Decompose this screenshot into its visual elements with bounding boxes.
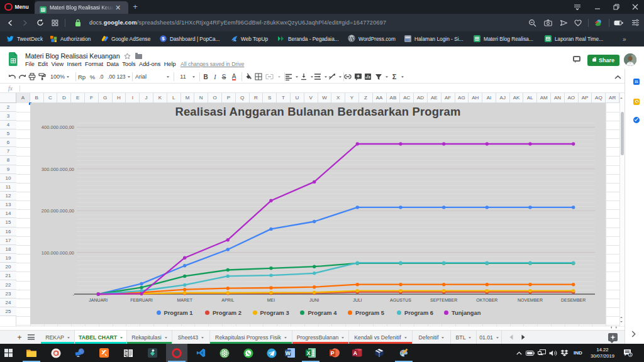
column-header-AC[interactable]: AC <box>400 93 414 103</box>
font-size-caret[interactable] <box>189 70 196 83</box>
star-icon[interactable] <box>124 53 131 61</box>
row-header-17[interactable]: 17 <box>0 236 16 245</box>
taskbar-explorer-icon[interactable] <box>21 344 42 362</box>
row-header-13[interactable]: 13 <box>0 200 16 209</box>
column-header-I[interactable]: I <box>126 93 140 103</box>
bookmark-item[interactable]: Materi Blog Realisa... <box>474 31 533 47</box>
taskbar-green-atom-icon[interactable] <box>214 344 235 362</box>
tab-scroll-left-icon[interactable] <box>509 334 513 341</box>
functions-button[interactable]: Σ <box>390 70 399 83</box>
column-header-H[interactable]: H <box>113 93 126 103</box>
column-header-S[interactable]: S <box>263 93 277 103</box>
row-header-16[interactable]: 16 <box>0 228 16 236</box>
column-header-U[interactable]: U <box>291 93 304 103</box>
taskbar-access-icon[interactable]: A <box>347 344 368 362</box>
column-header-AP[interactable]: AP <box>579 93 592 103</box>
tray-battery-icon[interactable] <box>525 344 535 362</box>
font-size-select[interactable]: 11 <box>177 70 189 83</box>
row-header-3[interactable]: 3 <box>0 112 16 121</box>
row-header-5[interactable]: 5 <box>0 129 16 138</box>
comments-icon[interactable] <box>573 56 580 62</box>
sheet-tab-sheet43[interactable]: Sheet43 <box>172 331 210 344</box>
format-percent-button[interactable]: % <box>88 70 97 83</box>
bookmark-item[interactable]: Laporan Real Time... <box>545 31 603 47</box>
column-header-AR[interactable]: AR <box>606 93 619 103</box>
row-header-18[interactable]: 18 <box>0 245 16 254</box>
redo-icon[interactable] <box>17 70 27 83</box>
insert-link-button[interactable] <box>343 70 353 83</box>
insert-comment-button[interactable] <box>353 70 363 83</box>
zoom-select[interactable]: 100% <box>49 70 70 83</box>
column-header-AF[interactable]: AF <box>441 93 455 103</box>
row-header-23[interactable]: 23 <box>0 290 16 299</box>
merge-cells-button[interactable] <box>264 70 274 83</box>
taskbar-red-a-icon[interactable] <box>45 344 67 362</box>
borders-button[interactable] <box>253 70 264 83</box>
sheet-tab-kendali-vs-defenitif[interactable]: Kendali vs Defenitif <box>349 331 413 344</box>
url-text[interactable]: docs.google.com/spreadsheets/d/1HXcRtjxg… <box>89 14 386 31</box>
tray-chevron-icon[interactable] <box>514 344 523 362</box>
formula-bar[interactable]: fx <box>0 83 625 93</box>
column-header-P[interactable]: P <box>222 93 236 103</box>
taskbar-whatsapp-icon[interactable] <box>238 344 259 362</box>
sheet-tab-defenitif[interactable]: Defenitif <box>413 331 451 344</box>
explore-button[interactable] <box>608 333 618 343</box>
toolbar-collapse-icon[interactable] <box>614 75 621 79</box>
column-header-AQ[interactable]: AQ <box>592 93 606 103</box>
column-header-F[interactable]: F <box>85 93 99 103</box>
print-icon[interactable] <box>27 70 37 83</box>
taskbar-word-icon[interactable]: W <box>279 344 301 362</box>
column-header-M[interactable]: M <box>181 93 195 103</box>
tray-notifications-icon[interactable]: 3 <box>621 344 634 362</box>
new-tab-button[interactable]: + <box>130 0 141 14</box>
column-header-A[interactable]: A <box>16 93 30 103</box>
column-header-AL[interactable]: AL <box>523 93 537 103</box>
sheet-tab-rekap[interactable]: REKAP <box>41 331 75 344</box>
taskbar-virtualbox-icon[interactable] <box>369 344 390 362</box>
column-header-K[interactable]: K <box>153 93 167 103</box>
functions-caret[interactable] <box>398 70 404 83</box>
vertical-scroll-thumb[interactable] <box>621 112 624 155</box>
speed-dial-icon[interactable] <box>50 14 60 31</box>
row-header-4[interactable]: 4 <box>0 121 16 129</box>
text-color-button[interactable]: A <box>229 70 239 83</box>
all-sheets-button[interactable] <box>28 334 35 341</box>
snapshot-camera-icon[interactable] <box>543 14 553 31</box>
taskbar-start-icon[interactable] <box>1 344 17 362</box>
tab-close-icon[interactable]: ✕ <box>115 4 121 11</box>
sheet-tab-progressbulanan[interactable]: ProgressBulanan <box>292 331 349 344</box>
add-sheet-button[interactable]: + <box>15 332 24 343</box>
column-header-Z[interactable]: Z <box>359 93 373 103</box>
column-header-AE[interactable]: AE <box>428 93 441 103</box>
strikethrough-button[interactable]: S <box>219 70 229 83</box>
scroll-arrow-icon[interactable] <box>620 315 623 318</box>
column-header-J[interactable]: J <box>140 93 153 103</box>
column-header-AJ[interactable]: AJ <box>496 93 510 103</box>
text-rotation-caret[interactable] <box>336 70 342 83</box>
sheet-tab-caret-icon[interactable] <box>496 337 499 339</box>
column-header-R[interactable]: R <box>250 93 264 103</box>
column-header-T[interactable]: T <box>277 93 291 103</box>
browser-tab[interactable]: Materi Blog Realisasi Keuan ✕ <box>35 1 128 14</box>
filter-views-caret[interactable] <box>382 70 389 83</box>
saved-status-link[interactable]: All changes saved in Drive <box>180 61 244 67</box>
column-header-B[interactable]: B <box>30 93 44 103</box>
taskbar-book-icon[interactable] <box>118 344 139 362</box>
taskbar-excel-icon[interactable]: X <box>300 344 321 362</box>
row-header-25[interactable]: 25 <box>0 307 16 316</box>
tray-network-icon[interactable] <box>536 344 547 362</box>
spreadsheet-grid[interactable]: ABCDEFGHIJKLMNOPQRSTUVWXYZAAABACADAEAFAG… <box>0 93 625 330</box>
row-header-21[interactable]: 21 <box>0 272 16 280</box>
column-header-G[interactable]: G <box>99 93 113 103</box>
sheet-tab-caret-icon[interactable] <box>120 337 123 339</box>
send-to-flow-icon[interactable] <box>559 14 569 31</box>
row-header-19[interactable]: 19 <box>0 254 16 263</box>
sheet-tab-caret-icon[interactable] <box>201 337 204 339</box>
taskbar-paint-palette-icon[interactable] <box>393 344 414 362</box>
column-header-AM[interactable]: AM <box>537 93 551 103</box>
tray-clock[interactable]: 14.2230/07/2019 <box>585 344 620 362</box>
select-all-corner[interactable] <box>0 93 16 103</box>
sheet-tab-rekapitulasi[interactable]: Rekapitulasi <box>127 331 172 344</box>
menu-tools[interactable]: Tools <box>122 61 139 67</box>
sheet-tab-caret-icon[interactable] <box>441 337 444 339</box>
